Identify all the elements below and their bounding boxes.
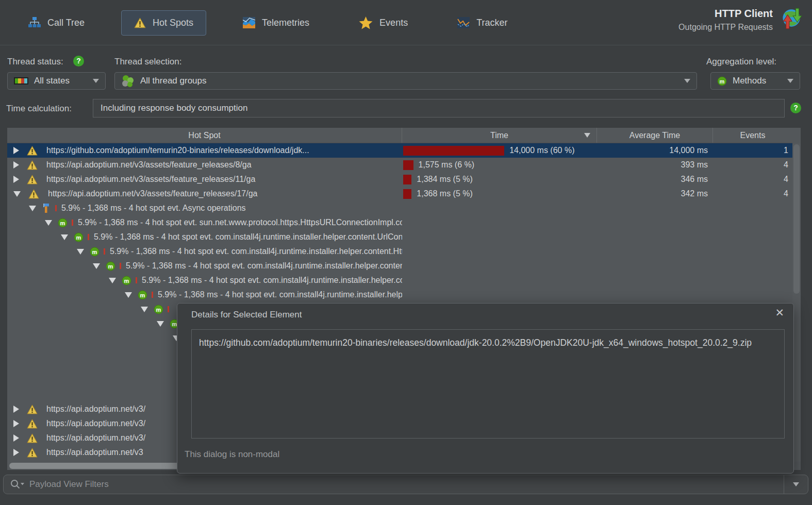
tab-telemetries[interactable]: Telemetries (230, 10, 322, 36)
collapse-arrow-icon[interactable] (141, 307, 148, 312)
warning-icon (27, 419, 38, 429)
thread-status-value: All states (34, 76, 70, 86)
time-bar (403, 189, 411, 199)
tab-events[interactable]: Events (346, 9, 421, 37)
column-header-label: Events (740, 131, 766, 140)
tab-call-tree[interactable]: Call Tree (15, 10, 97, 36)
svg-text:?: ? (793, 104, 798, 112)
close-icon[interactable]: ✕ (775, 307, 784, 319)
table-row[interactable]: https://github.com/adoptium/temurin20-bi… (7, 143, 792, 158)
expand-arrow-icon[interactable] (13, 420, 19, 427)
hotspot-cell: https://api.adoptium.net/v3/assets/featu… (7, 160, 402, 170)
dialog-content[interactable]: https://github.com/adoptium/temurin20-bi… (191, 329, 785, 439)
svg-text:m: m (156, 306, 161, 312)
collapse-arrow-icon[interactable] (93, 263, 100, 269)
method-icon: m (717, 76, 727, 86)
hotspot-url: https://api.adoptium.net/v3 (46, 448, 143, 457)
events-cell: 1 (713, 146, 792, 155)
expand-arrow-icon[interactable] (13, 449, 19, 456)
expand-arrow-icon[interactable] (13, 161, 19, 169)
tree-row[interactable]: m5.9% - 1,368 ms - 4 hot spot evt. com.i… (7, 230, 792, 244)
tree-node-label: 5.9% - 1,368 ms - 4 hot spot evt. sun.ne… (78, 218, 402, 227)
probe-header: HTTP Client Outgoing HTTP Requests (678, 6, 804, 33)
payload-filter-input[interactable] (28, 479, 784, 490)
tree-cell: m5.9% - 1,368 ms - 4 hot spot evt. com.i… (7, 247, 402, 257)
expand-arrow-icon[interactable] (13, 147, 19, 154)
call-tree-icon (28, 17, 41, 28)
hotspot-marker-icon (88, 234, 89, 240)
time-value: 1,368 ms (5 %) (417, 189, 472, 198)
thread-selection-dropdown[interactable]: All thread groups (114, 72, 697, 90)
hot-spots-icon (134, 18, 146, 28)
table-row[interactable]: https://api.adoptium.net/v3/assets/featu… (7, 158, 792, 172)
tree-row[interactable]: m5.9% - 1,368 ms - 4 hot spot evt. com.i… (7, 273, 792, 288)
column-header-average-time[interactable]: Average Time (597, 128, 713, 143)
time-value: 1,384 ms (5 %) (417, 175, 472, 184)
method-icon: m (106, 261, 115, 271)
sort-descending-icon[interactable] (584, 133, 590, 138)
thread-groups-icon (121, 74, 135, 88)
async-operations-icon (42, 203, 51, 213)
thread-selection-label: Thread selection: (114, 57, 181, 67)
average-time-cell: 346 ms (597, 175, 713, 184)
time-cell: 1,384 ms (5 %) (402, 175, 597, 184)
chevron-down-icon (684, 79, 690, 83)
tree-row[interactable]: m5.9% - 1,368 ms - 4 hot spot evt. sun.n… (7, 215, 792, 230)
expand-arrow-icon[interactable] (13, 176, 19, 183)
hotspot-marker-icon (136, 277, 137, 283)
column-header-events[interactable]: Events (713, 128, 792, 143)
svg-text:m: m (108, 263, 113, 269)
tab-tracker[interactable]: Tracker (444, 10, 520, 36)
warning-icon (27, 405, 38, 414)
column-header-hot-spot[interactable]: Hot Spot (7, 128, 402, 143)
vertical-scrollbar-thumb[interactable] (793, 144, 800, 294)
collapse-arrow-icon[interactable] (13, 191, 21, 197)
tree-node-label: 5.9% - 1,368 ms - 4 hot spot evt. com.in… (94, 232, 402, 242)
method-icon: m (90, 247, 100, 257)
column-header-label: Hot Spot (188, 131, 220, 140)
thread-status-dropdown[interactable]: All states (7, 72, 106, 90)
column-header-time[interactable]: Time (402, 128, 597, 143)
payload-filter-dropdown-button[interactable] (784, 475, 808, 494)
time-calculation-field[interactable]: Including response body consumption (93, 99, 785, 117)
aggregation-dropdown[interactable]: m Methods (710, 72, 800, 90)
horizontal-scrollbar-thumb[interactable] (9, 463, 179, 469)
expand-arrow-icon[interactable] (13, 406, 19, 413)
search-icon[interactable] (10, 479, 24, 490)
hotspot-marker-icon (168, 306, 169, 312)
tree-row[interactable]: m5.9% - 1,368 ms - 4 hot spot evt. com.i… (7, 288, 792, 302)
expand-arrow-icon[interactable] (13, 434, 19, 442)
hotspot-cell: https://api.adoptium.net/v3/assets/featu… (7, 175, 402, 184)
tree-row[interactable]: m5.9% - 1,368 ms - 4 hot spot evt. com.i… (7, 244, 792, 259)
chevron-down-icon (93, 79, 99, 83)
collapse-arrow-icon[interactable] (45, 220, 52, 226)
time-bar (403, 146, 504, 156)
collapse-arrow-icon[interactable] (29, 206, 36, 211)
svg-text:m: m (124, 277, 129, 283)
tree-node-label: 5.9% - 1,368 ms - 4 hot spot evt. com.in… (126, 261, 402, 271)
tree-cell: m5.9% - 1,368 ms - 4 hot spot evt. com.i… (7, 276, 402, 285)
table-row[interactable]: https://api.adoptium.net/v3/assets/featu… (7, 187, 792, 201)
table-row[interactable]: https://api.adoptium.net/v3/assets/featu… (7, 172, 792, 187)
svg-text:m: m (60, 220, 65, 226)
collapse-arrow-icon[interactable] (77, 249, 84, 255)
hotspot-url: https://api.adoptium.net/v3/assets/featu… (46, 160, 252, 170)
time-calculation-help-icon[interactable]: ? (790, 102, 802, 114)
tree-row[interactable]: 5.9% - 1,368 ms - 4 hot spot evt. Async … (7, 201, 792, 215)
tab-hot-spots[interactable]: Hot Spots (121, 10, 206, 36)
method-icon: m (154, 305, 163, 314)
collapse-arrow-icon[interactable] (109, 278, 116, 283)
warning-icon (27, 175, 38, 184)
time-value: 1,575 ms (6 %) (419, 160, 474, 170)
collapse-arrow-icon[interactable] (61, 234, 68, 240)
tree-cell: m5.9% - 1,368 ms - 4 hot spot evt. com.i… (7, 232, 402, 242)
svg-text:m: m (76, 234, 81, 240)
details-dialog: Details for Selected Element ✕ https://g… (177, 303, 794, 474)
thread-status-help-icon[interactable]: ? (73, 55, 85, 67)
dialog-title: Details for Selected Element (191, 310, 302, 320)
tree-row[interactable]: m5.9% - 1,368 ms - 4 hot spot evt. com.i… (7, 259, 792, 273)
method-icon: m (58, 218, 68, 228)
collapse-arrow-icon[interactable] (125, 292, 132, 298)
collapse-arrow-icon[interactable] (157, 321, 164, 327)
average-time-cell: 342 ms (597, 189, 713, 198)
